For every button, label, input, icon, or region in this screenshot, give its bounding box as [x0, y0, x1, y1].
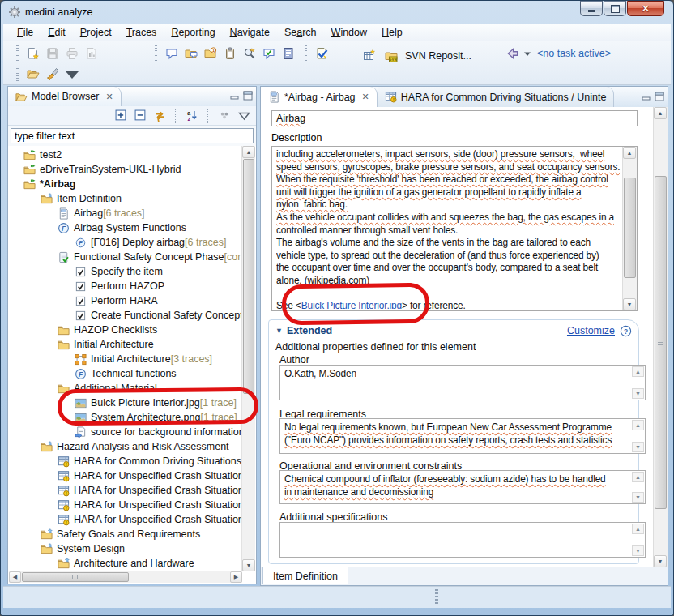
editor-tab[interactable]: *Airbag - Airbag✕ [261, 87, 378, 107]
toolbar-drag-handle[interactable] [16, 45, 19, 62]
name-input[interactable]: Airbag [271, 110, 638, 126]
buick-picture-link[interactable]: Buick Picture Interior.jpg [301, 300, 402, 309]
folder-comment-icon[interactable] [181, 45, 201, 62]
scroll-down-icon[interactable]: ▼ [654, 555, 667, 567]
tree-item[interactable]: eDriveTrainSystem-UKL-Hybrid [9, 162, 242, 177]
menu-project[interactable]: Project [73, 25, 119, 40]
menu-reporting[interactable]: Reporting [164, 25, 222, 40]
collapse-all-icon[interactable] [131, 108, 149, 124]
menu-file[interactable]: File [10, 25, 41, 40]
tree-item[interactable]: Initial Architecture [3 traces] [9, 352, 242, 366]
task-check-icon[interactable] [312, 45, 331, 62]
document-icon[interactable] [279, 45, 298, 62]
menu-edit[interactable]: Edit [41, 25, 73, 40]
scroll-up-icon[interactable]: ▲ [632, 366, 644, 377]
tree-item[interactable]: FAirbag System Functions [9, 220, 242, 235]
tree-scrollbar-thumb[interactable] [243, 159, 254, 394]
tree-item[interactable]: HAZOP Checklists [9, 323, 242, 337]
menu-navigate[interactable]: Navigate [223, 25, 277, 40]
tree-vertical-scrollbar[interactable]: ▲ ▼ [241, 146, 255, 571]
folder-open-icon[interactable] [23, 65, 43, 83]
tree-item[interactable]: !HARA for Common Driving Situations [9, 454, 242, 468]
scroll-up-icon[interactable]: ▲ [654, 107, 667, 119]
editor-vertical-scrollbar[interactable]: ▲ ▼ [653, 107, 668, 567]
menu-search[interactable]: Search [277, 25, 324, 40]
close-view-icon[interactable]: ✕ [105, 92, 113, 102]
dots-menu-icon[interactable] [215, 108, 233, 124]
scroll-up-icon[interactable]: ▲ [623, 147, 636, 159]
tree-item[interactable]: !HARA for Unspecified Crash Situation [9, 483, 242, 498]
scroll-up-icon[interactable]: ▲ [632, 524, 644, 534]
sync-icon[interactable] [151, 108, 168, 124]
scroll-up-icon[interactable]: ▲ [242, 146, 255, 158]
brush-icon[interactable] [43, 65, 62, 83]
restore-button[interactable] [604, 1, 626, 16]
tree-item[interactable]: Airbag [6 traces] [9, 206, 242, 220]
close-button[interactable]: ✕ [627, 1, 664, 16]
tree-item[interactable]: *Airbag [9, 177, 242, 191]
item-definition-page-tab[interactable]: Item Definition [262, 567, 348, 584]
tree-item[interactable]: source for background information [9, 425, 242, 439]
tree-item[interactable]: System Design [9, 541, 242, 556]
editor-scrollbar-thumb[interactable] [655, 176, 667, 509]
toolbar-drag-handle[interactable] [305, 45, 307, 62]
tree-item[interactable]: Item Definition [9, 191, 242, 206]
field-input-operational-and-environment-constraints[interactable]: Chemical compound of inflator (foreseeab… [279, 470, 646, 504]
scroll-down-icon[interactable]: ▼ [632, 492, 644, 503]
toolbar-drag-handle[interactable] [155, 45, 157, 62]
caret-icon[interactable] [523, 49, 531, 58]
menu-window[interactable]: Window [324, 25, 374, 40]
description-scrollbar-thumb[interactable] [624, 178, 636, 278]
field-input-legal-requirements[interactable]: No legal requirements known, but Europea… [279, 418, 646, 454]
report-icon[interactable] [82, 45, 101, 62]
tree-item[interactable]: Functional Safety Concept Phase [com [9, 250, 242, 264]
tree-item[interactable]: Safety Goals and Requirements [9, 527, 242, 541]
scroll-down-icon[interactable]: ▼ [632, 442, 644, 452]
maximize-view-icon[interactable] [242, 90, 254, 101]
toolbar-drag-handle[interactable] [16, 66, 19, 82]
tree-item[interactable]: FTechnical functions [9, 366, 242, 381]
tree-item[interactable]: Architecture and Hardware [9, 556, 242, 571]
tree-item[interactable]: test2 [9, 148, 242, 162]
tree-item[interactable]: !HARA for Unspecified Crash Situation [9, 512, 242, 527]
editor-tab[interactable]: !HARA for Common Driving Situations / Un… [378, 87, 615, 107]
scroll-down-icon[interactable]: ▼ [632, 545, 644, 556]
tree-hscrollbar-thumb[interactable] [22, 572, 129, 582]
caret-icon[interactable] [62, 65, 82, 83]
tree-item[interactable]: !HARA for Unspecified Crash Situation [9, 468, 242, 483]
tree-item[interactable]: F[F016] Deploy airbag [6 traces] [9, 235, 242, 250]
tree-item[interactable]: Additional Material [9, 381, 242, 396]
sort-az-icon[interactable]: az [183, 108, 201, 124]
print-icon[interactable] [62, 45, 82, 62]
scroll-down-icon[interactable]: ▼ [242, 559, 255, 571]
save-icon[interactable] [43, 45, 62, 62]
scroll-down-icon[interactable]: ▼ [623, 298, 636, 310]
tree-item[interactable]: Buick Picture Interior.jpg [1 trace] [9, 396, 242, 410]
comment-icon[interactable] [162, 45, 181, 62]
field-input-additional-specifications[interactable]: ▲▼ [279, 522, 646, 558]
scroll-down-icon[interactable]: ▼ [632, 388, 644, 399]
expand-all-icon[interactable] [112, 108, 130, 124]
new-wizard-icon[interactable] [23, 45, 43, 62]
tree-item[interactable]: Hazard Analysis and Risk Assessment [9, 439, 242, 454]
minimize-editor-icon[interactable] [641, 91, 652, 102]
minimize-button[interactable] [580, 1, 603, 16]
tree-horizontal-scrollbar[interactable]: ◀ ▶ [9, 571, 242, 583]
scroll-left-icon[interactable]: ◀ [9, 571, 21, 583]
status-drag-handle[interactable] [435, 589, 438, 605]
section-collapse-icon[interactable]: ▼ [275, 327, 283, 335]
field-input-author[interactable]: O.Kath, M.Soden▲▼ [279, 365, 646, 400]
tree-item[interactable]: System Architecture.png [1 trace] [9, 410, 242, 425]
scroll-right-icon[interactable]: ▶ [230, 571, 242, 583]
help-icon[interactable]: ? [620, 325, 632, 337]
minimize-view-icon[interactable] [229, 90, 241, 101]
description-textarea[interactable]: including accelerometers, impact sensors… [271, 146, 638, 311]
scroll-up-icon[interactable]: ▲ [632, 420, 644, 430]
description-scrollbar[interactable]: ▲ ▼ [622, 147, 637, 310]
tree-item[interactable]: Create Functional Safety Concept [9, 308, 242, 323]
back-arrow-icon[interactable] [506, 47, 520, 60]
close-tab-icon[interactable]: ✕ [362, 92, 369, 102]
model-browser-tab[interactable]: Model Browser ✕ [8, 87, 122, 106]
comment-check-icon[interactable] [259, 45, 279, 62]
tree-item[interactable]: !HARA for Unspecified Crash Situation [9, 498, 242, 512]
